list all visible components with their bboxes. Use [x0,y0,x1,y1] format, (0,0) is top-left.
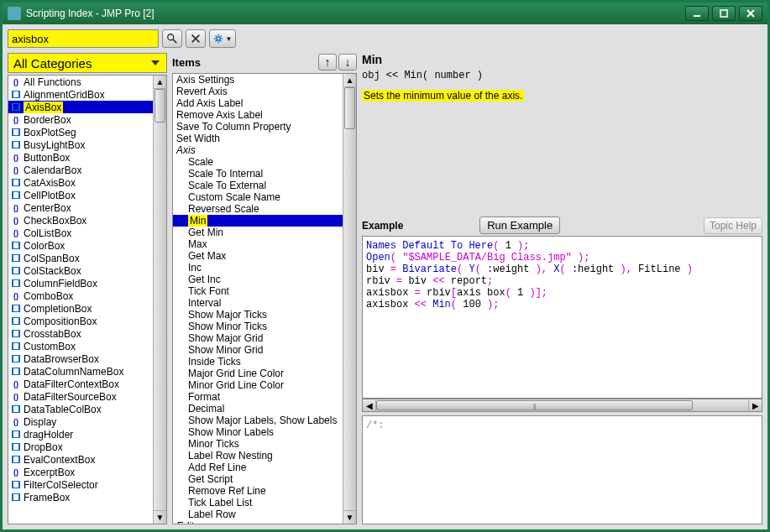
settings-button[interactable]: ▼ [209,29,236,48]
item-row[interactable]: Show Minor Labels [173,426,343,438]
item-row[interactable]: Show Minor Grid [173,344,343,356]
item-row[interactable]: Axis Settings [173,74,343,86]
function-item[interactable]: BusyLightBox [8,138,153,151]
item-label: Set Width [176,133,220,144]
categories-dropdown[interactable]: All Categories [8,53,167,73]
function-list-scrollbar[interactable]: ▲ ▼ [153,76,166,524]
item-row[interactable]: Label Row Nesting [173,450,343,462]
clear-button[interactable] [186,29,206,48]
scroll-right-icon[interactable]: ▶ [748,399,762,411]
item-row[interactable]: Add Ref Line [173,462,343,473]
function-item[interactable]: BoxPlotSeg [8,126,153,138]
item-row[interactable]: Interval [173,297,343,309]
function-item[interactable]: DropBox [8,441,153,453]
item-row[interactable]: Remove Axis Label [173,109,343,121]
function-item[interactable]: FrameBox [8,491,153,503]
example-code-panel[interactable]: Names Default To Here( 1 ); Open( "$SAMP… [362,236,762,399]
item-next-button[interactable]: ↓ [338,54,357,70]
function-item[interactable]: CompletionBox [8,302,153,315]
search-button[interactable] [162,29,182,48]
function-item[interactable]: ()ExcerptBox [8,466,153,478]
function-item[interactable]: ColStackBox [8,264,153,277]
item-row[interactable]: Scale To Internal [173,168,343,180]
function-item[interactable]: DataBrowserBox [8,352,153,365]
items-list-scrollbar[interactable]: ▲ ▼ [343,74,356,524]
close-button[interactable] [739,6,762,21]
item-row[interactable]: Inc [173,262,343,274]
item-row[interactable]: Show Major Grid [173,332,343,344]
function-item[interactable]: CustomBox [8,340,153,352]
item-row[interactable]: Set Width [173,133,343,144]
item-row[interactable]: Minor Grid Line Color [173,379,343,391]
item-row[interactable]: Tick Label List [173,497,343,509]
function-item[interactable]: DataColumnNameBox [8,365,153,378]
function-item[interactable]: ()ComboBox [8,289,153,302]
item-row[interactable]: Scale [173,156,343,168]
item-row[interactable]: Get Min [173,227,343,238]
minimize-button[interactable] [685,6,709,21]
function-item[interactable]: DataTableColBox [8,403,153,415]
code-horizontal-scrollbar[interactable]: ◀ ▶ [362,399,762,412]
item-row[interactable]: Reversed Scale [173,203,343,215]
function-item[interactable]: ()All Functions [8,76,153,88]
item-row[interactable]: Save To Column Property [173,121,343,133]
item-row[interactable]: Format [173,391,343,403]
function-item[interactable]: ColorBox [8,239,153,252]
function-item[interactable]: CrosstabBox [8,327,153,340]
item-row[interactable]: Tick Font [173,285,343,297]
scroll-up-icon[interactable]: ▲ [343,74,356,87]
function-item[interactable]: ()DataFilterContextBox [8,378,153,390]
maximize-button[interactable] [712,6,736,21]
function-item[interactable]: EvalContextBox [8,453,153,466]
function-item[interactable]: ()DataFilterSourceBox [8,390,153,403]
item-row[interactable]: Axis [173,144,343,156]
function-item[interactable]: ()BorderBox [8,113,153,126]
function-item[interactable]: ColSpanBox [8,252,153,264]
item-row[interactable]: Edit [173,520,343,524]
function-item[interactable]: CompositionBox [8,315,153,327]
run-example-button[interactable]: Run Example [479,216,560,234]
item-row[interactable]: Inside Ticks [173,356,343,368]
search-input[interactable] [8,29,159,48]
item-row[interactable]: Major Grid Line Color [173,368,343,379]
item-row[interactable]: Get Script [173,473,343,485]
function-item[interactable]: ColumnFieldBox [8,277,153,289]
function-item[interactable]: ()CheckBoxBox [8,214,153,227]
scroll-left-icon[interactable]: ◀ [363,399,376,411]
item-row[interactable]: Get Inc [173,274,343,285]
function-item[interactable]: CatAxisBox [8,176,153,189]
function-item[interactable]: AlignmentGridBox [8,88,153,101]
function-item[interactable]: FilterColSelector [8,478,153,491]
item-row[interactable]: Get Max [173,250,343,262]
function-name: Display [24,416,56,428]
item-row[interactable]: Show Major Ticks [173,309,343,321]
topic-help-button[interactable]: Topic Help [704,217,762,234]
function-item[interactable]: ()CenterBox [8,201,153,214]
function-item[interactable]: AxisBox [8,101,153,113]
item-row[interactable]: Minor Ticks [173,438,343,450]
scroll-down-icon[interactable]: ▼ [154,510,166,524]
item-row[interactable]: Label Row [173,509,343,520]
item-row[interactable]: Add Axis Label [173,97,343,109]
item-label: Get Min [188,227,223,238]
function-item[interactable]: CellPlotBox [8,189,153,201]
item-row[interactable]: Revert Axis [173,86,343,97]
scroll-up-icon[interactable]: ▲ [154,76,166,89]
item-row[interactable]: Show Major Labels, Show Labels [173,415,343,426]
item-row[interactable]: Decimal [173,403,343,415]
item-prev-button[interactable]: ↑ [318,54,337,70]
scroll-down-icon[interactable]: ▼ [343,510,356,524]
output-panel[interactable]: /*: [362,415,762,524]
item-row[interactable]: Show Minor Ticks [173,321,343,332]
function-item[interactable]: ()ColListBox [8,227,153,239]
item-row[interactable]: Custom Scale Name [173,191,343,203]
item-row[interactable]: Min [173,215,343,227]
item-row[interactable]: Max [173,238,343,250]
function-item[interactable]: ()ButtonBox [8,151,153,164]
function-item[interactable]: ()CalendarBox [8,164,153,176]
item-row[interactable]: Remove Ref Line [173,485,343,497]
function-item[interactable]: ()Display [8,415,153,428]
item-row[interactable]: Scale To External [173,180,343,191]
function-item[interactable]: dragHolder [8,428,153,441]
window-title: Scripting Index - JMP Pro [2] [26,8,685,19]
